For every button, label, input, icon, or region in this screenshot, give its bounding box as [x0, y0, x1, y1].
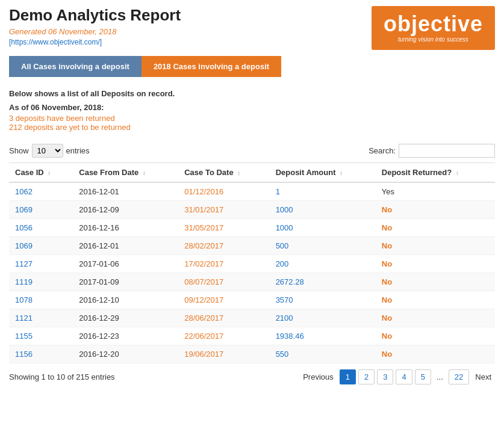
cell-to-date: 09/12/2017 — [178, 291, 269, 309]
cell-amount: 200 — [270, 255, 376, 273]
case-id-link[interactable]: 1127 — [15, 259, 33, 268]
amount-link[interactable]: 3570 — [276, 295, 293, 304]
cell-case-id: 1078 — [9, 291, 73, 309]
search-label: Search: — [369, 146, 396, 155]
cell-to-date: 28/02/2017 — [178, 237, 269, 255]
deposits-table: Case ID ↕ Case From Date ↕ Case To Date … — [9, 162, 495, 363]
cell-returned: No — [376, 327, 495, 345]
case-id-link[interactable]: 1056 — [15, 223, 33, 232]
cell-from-date: 2016-12-23 — [73, 327, 178, 345]
amount-link[interactable]: 1 — [276, 187, 280, 196]
sort-icon-case-id[interactable]: ↕ — [48, 170, 51, 176]
logo-box: objective turning vision into success — [372, 6, 495, 50]
pagination: Previous 1 2 3 4 5 ... 22 Next — [299, 369, 495, 384]
showing-info: Showing 1 to 10 of 215 entries — [9, 372, 115, 381]
logo-text: objective — [384, 13, 483, 35]
table-header-row: Case ID ↕ Case From Date ↕ Case To Date … — [9, 163, 495, 183]
page-header: Demo Analytics Report Generated 06 Novem… — [9, 6, 495, 50]
sort-icon-amount[interactable]: ↕ — [340, 170, 343, 176]
page-5-button[interactable]: 5 — [415, 369, 431, 384]
cell-to-date: 08/07/2017 — [178, 273, 269, 291]
page-3-button[interactable]: 3 — [377, 369, 393, 384]
amount-link[interactable]: 1000 — [276, 205, 293, 214]
cell-returned: No — [376, 345, 495, 363]
cell-to-date: 31/01/2017 — [178, 201, 269, 219]
case-id-link[interactable]: 1119 — [15, 277, 33, 286]
cell-returned: No — [376, 219, 495, 237]
entries-select[interactable]: 10 25 50 100 — [32, 144, 63, 158]
cell-case-id: 1155 — [9, 327, 73, 345]
table-row: 11272017-01-0617/02/2017200No — [9, 255, 495, 273]
cell-from-date: 2016-12-10 — [73, 291, 178, 309]
amount-link[interactable]: 1000 — [276, 223, 293, 232]
table-row: 11562016-12-2019/06/2017550No — [9, 345, 495, 363]
previous-button[interactable]: Previous — [299, 370, 337, 384]
amount-link[interactable]: 2100 — [276, 313, 293, 322]
cell-amount: 1 — [270, 182, 376, 201]
cell-returned: No — [376, 201, 495, 219]
cell-returned: Yes — [376, 182, 495, 201]
cell-to-date: 22/06/2017 — [178, 327, 269, 345]
cell-case-id: 1156 — [9, 345, 73, 363]
tab-2018-cases[interactable]: 2018 Cases involving a deposit — [142, 56, 281, 77]
show-label: Show — [9, 146, 29, 155]
stat-not-returned: 212 deposits are yet to be returned — [9, 123, 495, 132]
next-button[interactable]: Next — [471, 370, 495, 384]
amount-link[interactable]: 550 — [276, 350, 289, 359]
website-link[interactable]: [https://www.objectiveit.com/] — [9, 38, 102, 46]
cell-amount: 500 — [270, 237, 376, 255]
as-of-date: As of 06 November, 2018: — [9, 103, 495, 112]
cell-returned: No — [376, 255, 495, 273]
cell-to-date: 31/05/2017 — [178, 219, 269, 237]
summary-section: Below shows a list of all Deposits on re… — [9, 86, 495, 135]
case-id-link[interactable]: 1069 — [15, 205, 33, 214]
cell-amount: 1000 — [270, 219, 376, 237]
cell-returned: No — [376, 273, 495, 291]
entries-label: entries — [66, 146, 90, 155]
cell-amount: 2100 — [270, 309, 376, 327]
case-id-link[interactable]: 1062 — [15, 187, 33, 196]
amount-link[interactable]: 2672.28 — [276, 277, 304, 286]
table-body: 10622016-12-0101/12/20161Yes10692016-12-… — [9, 182, 495, 363]
sort-icon-to-date[interactable]: ↕ — [237, 170, 240, 176]
page-title: Demo Analytics Report — [9, 6, 181, 25]
page-2-button[interactable]: 2 — [358, 369, 375, 384]
case-id-link[interactable]: 1078 — [15, 295, 33, 304]
page-last-button[interactable]: 22 — [449, 369, 469, 384]
sort-icon-from-date[interactable]: ↕ — [143, 170, 146, 176]
sort-icon-returned[interactable]: ↕ — [456, 170, 459, 176]
search-input[interactable] — [399, 144, 495, 158]
table-row: 10692016-12-0931/01/20171000No — [9, 201, 495, 219]
table-row: 11552016-12-2322/06/20171938.46No — [9, 327, 495, 345]
cell-amount: 2672.28 — [270, 273, 376, 291]
cell-case-id: 1069 — [9, 201, 73, 219]
cell-from-date: 2016-12-01 — [73, 237, 178, 255]
col-from-date: Case From Date ↕ — [73, 163, 178, 183]
col-to-date: Case To Date ↕ — [178, 163, 269, 183]
pagination-ellipsis: ... — [434, 370, 446, 384]
tab-all-cases[interactable]: All Cases involving a deposit — [9, 56, 142, 77]
cell-case-id: 1062 — [9, 182, 73, 201]
stat-returned: 3 deposits have been returned — [9, 114, 495, 123]
cell-to-date: 01/12/2016 — [178, 182, 269, 201]
cell-amount: 1000 — [270, 201, 376, 219]
case-id-link[interactable]: 1156 — [15, 350, 33, 359]
amount-link[interactable]: 1938.46 — [276, 332, 304, 341]
page-1-button[interactable]: 1 — [340, 369, 356, 384]
search-control: Search: — [369, 144, 495, 158]
cell-case-id: 1119 — [9, 273, 73, 291]
header-left: Demo Analytics Report Generated 06 Novem… — [9, 6, 181, 46]
cell-to-date: 19/06/2017 — [178, 345, 269, 363]
table-row: 11192017-01-0908/07/20172672.28No — [9, 273, 495, 291]
logo-subtitle: turning vision into success — [384, 36, 483, 43]
case-id-link[interactable]: 1155 — [15, 332, 33, 341]
amount-link[interactable]: 200 — [276, 259, 289, 268]
case-id-link[interactable]: 1069 — [15, 241, 33, 250]
generated-date: Generated 06 November, 2018 — [9, 27, 181, 36]
case-id-link[interactable]: 1121 — [15, 313, 33, 322]
header-url[interactable]: [https://www.objectiveit.com/] — [9, 37, 181, 46]
cell-amount: 1938.46 — [270, 327, 376, 345]
amount-link[interactable]: 500 — [276, 241, 289, 250]
cell-case-id: 1121 — [9, 309, 73, 327]
page-4-button[interactable]: 4 — [396, 369, 412, 384]
